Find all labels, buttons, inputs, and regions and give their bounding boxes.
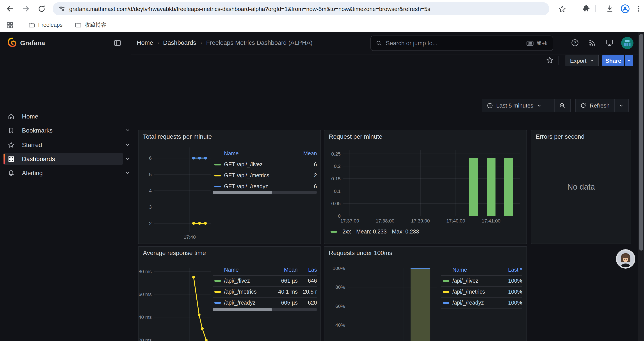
forward-button[interactable] (21, 4, 31, 14)
series-mean: Mean: 0.233 (356, 229, 387, 235)
legend-row[interactable]: GET /api/_/readyz 6 (212, 181, 317, 192)
sidebar-item-alerting[interactable]: Alerting (4, 167, 123, 179)
search-input[interactable]: Search or jump to... ⌘+k (370, 36, 553, 51)
breadcrumb-current: Freeleaps Metrics Dashboard (ALPHA) (206, 39, 312, 46)
sidebar-item-bookmarks[interactable]: Bookmarks (4, 124, 123, 137)
bookmark-folder-blogs[interactable]: 收藏博客 (74, 20, 106, 30)
series-swatch (443, 280, 449, 282)
sidebar-item-dashboards[interactable]: Dashboards (4, 153, 123, 165)
legend-row[interactable]: /api/_/metrics 100% (441, 286, 522, 297)
back-button[interactable] (5, 4, 15, 14)
legend-inline[interactable]: 2xx Mean: 0.233 Max: 0.233 (330, 229, 419, 235)
export-button[interactable]: Export (566, 55, 599, 66)
svg-text:17:39:00: 17:39:00 (411, 218, 430, 224)
extensions-button[interactable] (581, 4, 590, 14)
share-button[interactable]: Share (602, 55, 624, 66)
apps-grid-button[interactable] (6, 20, 14, 30)
mega-menu-toggle-icon[interactable] (114, 39, 122, 47)
bell-icon (8, 169, 15, 177)
rss-icon (588, 39, 596, 47)
star-icon (546, 56, 554, 64)
chevron-down-icon[interactable] (124, 127, 128, 135)
keyboard-icon (526, 41, 534, 46)
sidebar-item-label: Dashboards (22, 155, 55, 162)
sidebar: Home Bookmarks Starred Dashboards Alerti (0, 54, 131, 341)
chevron-down-icon (626, 58, 632, 63)
breadcrumb-dashboards[interactable]: Dashboards (163, 39, 196, 46)
sidebar-item-label: Starred (22, 141, 42, 148)
page-scrollbar[interactable] (638, 32, 644, 341)
legend-row[interactable]: /api/_/readyz 605 µs 620 (212, 297, 317, 308)
zoom-out-button[interactable] (554, 99, 570, 112)
bookmark-folder-label: 收藏博客 (84, 21, 106, 29)
legend-scrollbar-thumb[interactable] (212, 191, 272, 194)
chevron-down-icon[interactable] (124, 156, 128, 164)
grafana-logo[interactable] (6, 37, 18, 49)
legend-row[interactable]: /api/_/livez 661 µs 646 (212, 276, 317, 286)
refresh-interval-button[interactable] (614, 99, 628, 112)
series-swatch (443, 302, 449, 304)
refresh-group: Refresh (575, 99, 629, 112)
legend-col-last[interactable]: Las (298, 267, 317, 273)
home-icon (8, 113, 15, 120)
legend-col-mean[interactable]: Mean (296, 151, 317, 157)
legend-row[interactable]: /api/_/metrics 40.1 ms 20.5 r (212, 286, 317, 297)
news-button[interactable] (588, 39, 596, 49)
bookmark-folder-freeleaps[interactable]: Freeleaps (28, 20, 62, 30)
bookmark-star-button[interactable] (557, 4, 567, 14)
series-swatch (214, 280, 221, 282)
legend-row[interactable]: GET /api/_/metrics 2 (212, 170, 317, 181)
svg-text:60 ms: 60 ms (138, 292, 152, 297)
help-button[interactable]: ? (571, 39, 579, 49)
sidebar-item-starred[interactable]: Starred (4, 139, 123, 151)
legend-header: Name Mean Las (212, 265, 317, 276)
sidebar-item-label: Alerting (22, 169, 43, 176)
bookmarks-bar: Freeleaps 收藏博客 (0, 18, 644, 32)
user-avatar[interactable] (621, 37, 634, 51)
downloads-button[interactable] (605, 4, 615, 14)
svg-text:17:41:00: 17:41:00 (482, 218, 501, 224)
legend-row[interactable]: /api/_/livez 100% (441, 276, 522, 286)
time-range-label: Last 5 minutes (496, 102, 533, 109)
time-range-picker[interactable]: Last 5 minutes (482, 99, 554, 112)
page-scrollbar-thumb[interactable] (639, 34, 643, 251)
series-max: Max: 0.233 (392, 229, 419, 235)
favorite-dashboard-button[interactable] (546, 56, 554, 66)
refresh-button[interactable]: Refresh (576, 99, 614, 112)
chevron-down-icon[interactable] (124, 142, 128, 150)
legend-col-last[interactable]: Last * (496, 267, 522, 273)
legend-col-name[interactable]: Name (224, 267, 270, 273)
toolbar-divider (595, 5, 596, 12)
legend-scrollbar[interactable] (212, 191, 317, 194)
legend-col-mean[interactable]: Mean (270, 267, 298, 273)
legend-header: Name Mean (212, 148, 317, 159)
svg-text:17:40: 17:40 (184, 234, 196, 240)
refresh-label: Refresh (590, 102, 610, 109)
svg-text:5: 5 (149, 172, 152, 177)
legend-row[interactable]: /api/_/readyz 100% (441, 297, 522, 308)
legend-scrollbar[interactable] (212, 308, 317, 311)
profile-button[interactable] (620, 4, 630, 14)
browser-menu-button[interactable] (634, 4, 644, 14)
url-bar[interactable]: grafana.mathmast.com/d/deytv4rwavabkb/fr… (52, 2, 549, 15)
brand-name[interactable]: Grafana (20, 39, 45, 47)
legend-col-name[interactable]: Name (224, 151, 296, 157)
svg-text:17:37:00: 17:37:00 (340, 218, 359, 224)
sidebar-item-home[interactable]: Home (4, 110, 123, 122)
time-range-group: Last 5 minutes (482, 99, 571, 112)
legend-row[interactable]: GET /api/_/livez 6 (212, 159, 317, 170)
legend-col-name[interactable]: Name (452, 267, 496, 273)
site-info-icon[interactable] (58, 5, 66, 13)
monitor-icon (606, 39, 614, 47)
breadcrumb-home[interactable]: Home (137, 39, 153, 46)
reload-button[interactable] (37, 4, 46, 14)
kiosk-mode-button[interactable] (606, 39, 614, 49)
request-per-minute-chart: 00.050.10.150.20.2517:37:0017:38:0017:39… (324, 130, 527, 244)
share-menu-button[interactable] (625, 55, 633, 66)
series-swatch (214, 175, 221, 176)
chevron-down-icon (589, 58, 594, 63)
chevron-down-icon[interactable] (124, 170, 128, 178)
floating-assistant-avatar[interactable] (616, 249, 635, 269)
back-icon (6, 5, 14, 13)
legend-scrollbar-thumb[interactable] (212, 308, 272, 311)
